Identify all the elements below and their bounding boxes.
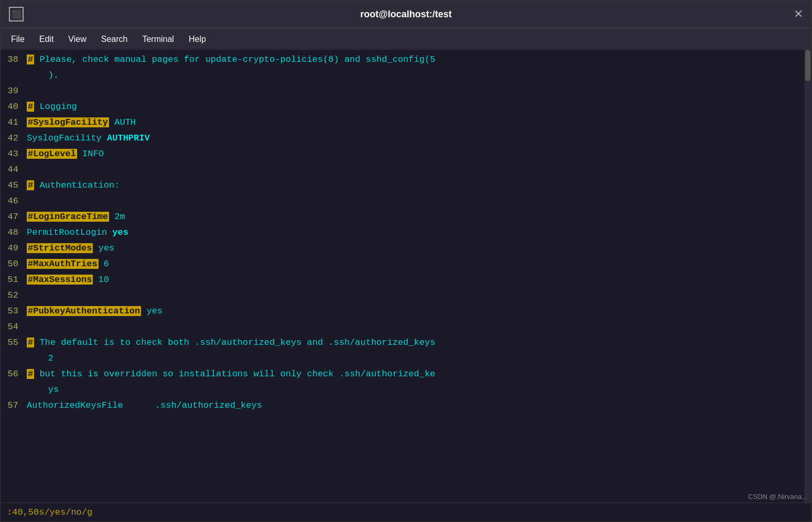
status-bar: :40,50s/yes/no/g — [1, 503, 811, 521]
line-51: 51 #MaxSessions 10 — [1, 272, 811, 288]
menu-edit[interactable]: Edit — [33, 32, 60, 46]
line-text-55b: 2 — [27, 351, 811, 366]
line-46: 46 — [1, 193, 811, 209]
line-num-41: 41 — [1, 115, 27, 130]
line-num-38: 38 — [1, 52, 27, 68]
line-num-55: 55 — [1, 335, 27, 351]
menu-help[interactable]: Help — [182, 32, 212, 46]
line-num-51: 51 — [1, 272, 27, 288]
line-num-40: 40 — [1, 99, 27, 115]
line-55: 55 # The default is to check both .ssh/a… — [1, 335, 811, 351]
line-text-50: #MaxAuthTries 6 — [27, 256, 811, 272]
menu-bar: File Edit View Search Terminal Help — [1, 28, 811, 50]
menu-search[interactable]: Search — [95, 32, 134, 46]
line-57: 57 AuthorizedKeysFile .ssh/authorized_ke… — [1, 398, 811, 414]
line-text-40: # Logging — [27, 99, 811, 115]
line-num-39: 39 — [1, 83, 27, 99]
line-text-38b: ). — [27, 68, 811, 83]
line-47: 47 #LoginGraceTime 2m — [1, 209, 811, 225]
line-text-56: # but this is overridden so installation… — [27, 366, 811, 382]
line-40: 40 # Logging — [1, 99, 811, 115]
line-text-53: #PubkeyAuthentication yes — [27, 303, 811, 319]
menu-terminal[interactable]: Terminal — [136, 32, 180, 46]
menu-file[interactable]: File — [5, 32, 31, 46]
line-num-57: 57 — [1, 398, 27, 414]
line-54: 54 — [1, 319, 811, 335]
line-num-46: 46 — [1, 193, 27, 209]
scrollbar-thumb[interactable] — [805, 50, 810, 81]
line-text-43: #LogLevel INFO — [27, 146, 811, 162]
line-text-45: # Authentication: — [27, 178, 811, 193]
line-48: 48 PermitRootLogin yes — [1, 225, 811, 241]
line-text-56b: ys — [27, 382, 811, 398]
close-button[interactable]: ✕ — [794, 8, 803, 20]
line-text-57: AuthorizedKeysFile .ssh/authorized_keys — [27, 398, 811, 414]
line-num-43: 43 — [1, 146, 27, 162]
line-text-49: #StrictModes yes — [27, 241, 811, 256]
line-38b: ). — [1, 68, 811, 83]
terminal-window: ⬛ root@localhost:/test ✕ File Edit View … — [0, 0, 812, 522]
line-50: 50 #MaxAuthTries 6 — [1, 256, 811, 272]
line-text-51: #MaxSessions 10 — [27, 272, 811, 288]
line-44: 44 — [1, 162, 811, 178]
line-text-38: # Please, check manual pages for update-… — [27, 52, 811, 68]
line-52: 52 — [1, 288, 811, 303]
code-content: 38 # Please, check manual pages for upda… — [1, 50, 811, 503]
line-49: 49 #StrictModes yes — [1, 241, 811, 256]
line-num-56: 56 — [1, 366, 27, 382]
line-text-48: PermitRootLogin yes — [27, 225, 811, 241]
line-42: 42 SyslogFacility AUTHPRIV — [1, 130, 811, 146]
menu-view[interactable]: View — [62, 32, 92, 46]
line-num-52: 52 — [1, 288, 27, 303]
line-53: 53 #PubkeyAuthentication yes — [1, 303, 811, 319]
line-56: 56 # but this is overridden so installat… — [1, 366, 811, 382]
line-45: 45 # Authentication: — [1, 178, 811, 193]
line-56b: ys — [1, 382, 811, 398]
line-num-45: 45 — [1, 178, 27, 193]
editor-area[interactable]: 38 # Please, check manual pages for upda… — [1, 50, 811, 503]
line-num-48: 48 — [1, 225, 27, 241]
title-bar: ⬛ root@localhost:/test ✕ — [1, 1, 811, 28]
line-43: 43 #LogLevel INFO — [1, 146, 811, 162]
line-num-49: 49 — [1, 241, 27, 256]
line-text-41: #SyslogFacility AUTH — [27, 115, 811, 130]
status-text: :40,50s/yes/no/g — [7, 507, 92, 517]
line-41: 41 #SyslogFacility AUTH — [1, 115, 811, 130]
terminal-icon: ⬛ — [9, 7, 24, 21]
line-text-55: # The default is to check both .ssh/auth… — [27, 335, 811, 351]
line-num-54: 54 — [1, 319, 27, 335]
line-38: 38 # Please, check manual pages for upda… — [1, 52, 811, 68]
line-num-44: 44 — [1, 162, 27, 178]
line-num-42: 42 — [1, 130, 27, 146]
line-55b: 2 — [1, 351, 811, 366]
title-bar-left: ⬛ — [9, 7, 24, 21]
line-39: 39 — [1, 83, 811, 99]
watermark: CSDN @.Nirvana... — [748, 493, 807, 501]
scrollbar[interactable] — [804, 50, 811, 503]
line-num-53: 53 — [1, 303, 27, 319]
line-text-47: #LoginGraceTime 2m — [27, 209, 811, 225]
window-title: root@localhost:/test — [360, 9, 452, 20]
line-num-47: 47 — [1, 209, 27, 225]
line-num-50: 50 — [1, 256, 27, 272]
line-text-42: SyslogFacility AUTHPRIV — [27, 130, 811, 146]
